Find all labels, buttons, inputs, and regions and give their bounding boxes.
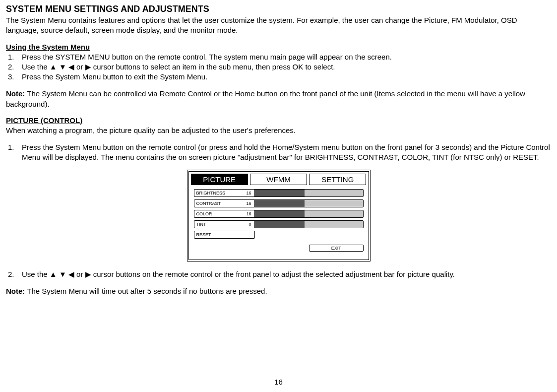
- tab-picture[interactable]: PICTURE: [191, 174, 248, 185]
- step-num: 1.: [8, 52, 22, 62]
- picture-steps-1: 1.Press the System Menu button on the re…: [6, 142, 551, 163]
- slider-label: BRIGHTNESS: [196, 191, 247, 196]
- tab-setting[interactable]: SETTING: [309, 174, 366, 185]
- step-text: Press the System Menu button on the remo…: [22, 142, 551, 163]
- reset-button[interactable]: RESET: [194, 231, 255, 239]
- note-text: The System Menu can be controlled via Re…: [6, 89, 525, 108]
- picture-intro: When watching a program, the picture qua…: [6, 126, 551, 135]
- note-label: Note:: [6, 287, 25, 295]
- tab-wfmm[interactable]: WFMM: [250, 174, 307, 185]
- picture-menu-diagram: PICTURE WFMM SETTING BRIGHTNESS 16 CONTR…: [187, 170, 371, 261]
- reset-label: RESET: [196, 232, 211, 237]
- slider-tint[interactable]: TINT 0: [194, 220, 364, 228]
- slider-label: CONTRAST: [196, 201, 247, 206]
- exit-label: EXIT: [331, 246, 341, 251]
- step-text: Press the System Menu button to exit the…: [22, 72, 551, 82]
- slider-brightness[interactable]: BRIGHTNESS 16: [194, 189, 364, 197]
- step-text: Use the ▲ ▼ ◀ or ▶ cursor buttons to sel…: [22, 62, 551, 72]
- step-text: Use the ▲ ▼ ◀ or ▶ cursor buttons on the…: [22, 269, 551, 279]
- slider-value: 16: [247, 201, 252, 206]
- step-num: 3.: [8, 72, 22, 82]
- slider-value: 16: [247, 211, 252, 216]
- page-title: SYSTEM MENU SETTINGS AND ADJUSTMENTS: [6, 4, 551, 14]
- using-steps-list: 1.Press the SYSTEM MENU button on the re…: [6, 52, 551, 82]
- note-label: Note:: [6, 89, 25, 98]
- note-2: Note: The System Menu will time out afte…: [6, 286, 551, 296]
- slider-color[interactable]: COLOR 16: [194, 210, 364, 218]
- slider-label: TINT: [196, 222, 249, 227]
- page-number: 16: [0, 378, 557, 386]
- section-picture-heading: PICTURE (CONTROL): [6, 116, 551, 125]
- section-using-heading: Using the System Menu: [6, 43, 551, 51]
- note-1: Note: The System Menu can be controlled …: [6, 89, 551, 109]
- step-num: 2.: [8, 269, 22, 279]
- slider-label: COLOR: [196, 211, 247, 216]
- picture-steps-2: 2.Use the ▲ ▼ ◀ or ▶ cursor buttons on t…: [6, 269, 551, 279]
- note-text: The System Menu will time out after 5 se…: [25, 287, 267, 295]
- slider-value: 0: [249, 222, 252, 227]
- step-num: 2.: [8, 62, 22, 72]
- intro-paragraph: The System Menu contains features and op…: [6, 15, 551, 36]
- step-text: Press the SYSTEM MENU button on the remo…: [22, 52, 551, 62]
- slider-contrast[interactable]: CONTRAST 16: [194, 199, 364, 207]
- exit-button[interactable]: EXIT: [309, 245, 363, 252]
- slider-value: 16: [247, 191, 252, 196]
- step-num: 1.: [8, 142, 22, 163]
